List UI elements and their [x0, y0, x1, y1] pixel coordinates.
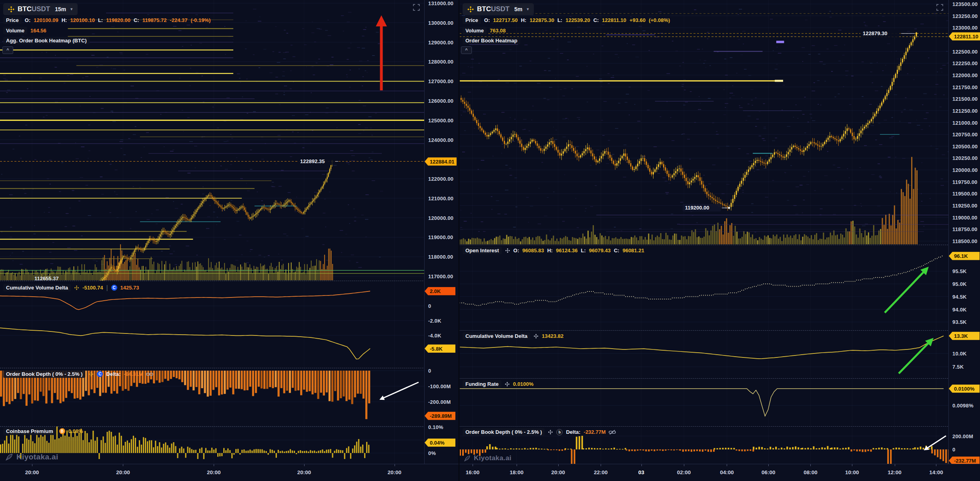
axis-tick: 127000.00	[428, 78, 453, 84]
axis-tick: 7.5K	[952, 364, 964, 370]
time-label: 22:00	[594, 469, 608, 475]
ohlc-high-value: 120100.10	[70, 17, 94, 23]
axis-tick: 10.0K	[952, 351, 967, 357]
time-label: 20:00	[116, 469, 130, 475]
timeframe-selector[interactable]: 5m	[514, 6, 522, 12]
feather-icon	[5, 453, 14, 461]
panel-divider[interactable]	[459, 0, 459, 481]
oi-open-key: O:	[513, 247, 519, 253]
binance-icon	[467, 6, 474, 13]
time-tick-mark	[810, 464, 811, 466]
right-symbol-selector[interactable]: BTCUSDT 5m ▼	[463, 3, 534, 15]
axis-tick: 123500.00	[952, 1, 978, 7]
axis-tick: 94.5K	[952, 293, 967, 299]
ohlc-low-key: L:	[98, 17, 103, 23]
divider: |	[106, 284, 108, 291]
time-label: 06:00	[762, 469, 776, 475]
time-label: 20:00	[25, 469, 39, 475]
axis-tick: 130000.00	[428, 20, 453, 26]
time-tick-mark	[895, 464, 895, 466]
cvd-label-chip: Cumulative Volume Delta	[3, 284, 71, 291]
volume-label-chip: Volume	[3, 27, 27, 34]
ohlc-open-key: O:	[25, 17, 30, 23]
heatmap-label-chip: Agg. Order Book Heatmap (BTC)	[3, 37, 90, 44]
cvd-coinbase-value: 1425.73	[120, 285, 139, 291]
oi-close-key: C:	[614, 247, 619, 253]
ohlc-close-key: C:	[593, 17, 599, 23]
link-icon[interactable]	[146, 372, 153, 377]
time-label: 02:00	[677, 469, 691, 475]
pane-separator[interactable]	[0, 426, 459, 427]
symbol-base: BTC	[477, 5, 491, 13]
left-collapse-button[interactable]: ^	[2, 46, 13, 54]
left-chart-canvas[interactable]: 112655.37122892.35	[0, 0, 424, 481]
right-obd-row: Order Book Depth ( 0% - 2.5% ) b Delta: …	[463, 428, 616, 436]
coinbase-icon: C	[111, 285, 117, 291]
time-tick-mark	[304, 464, 305, 466]
binance-icon	[74, 285, 79, 290]
time-tick-mark	[727, 464, 727, 466]
pane-separator[interactable]	[459, 426, 980, 427]
exchange-icon: b	[556, 429, 563, 435]
axis-tick: 120750.00	[952, 132, 978, 138]
binance-icon	[8, 6, 15, 13]
time-label: 18:00	[510, 469, 524, 475]
axis-tick: 121250.00	[952, 108, 978, 114]
right-collapse-button[interactable]: ^	[461, 46, 472, 54]
time-axis[interactable]: 20:0020:0020:0020:0020:0016:0018:0020:00…	[0, 464, 980, 481]
left-symbol-selector[interactable]: BTCUSDT 15m ▼	[3, 3, 78, 15]
delta-key: Delta:	[106, 371, 120, 377]
axis-tick: 122500.00	[952, 48, 978, 54]
axis-tick: 125000.00	[428, 117, 453, 123]
axis-tick: 118000.00	[428, 254, 453, 260]
binance-icon	[88, 371, 94, 377]
oi-low-value: 96079.43	[589, 247, 611, 253]
watermark-text: Kiyotaka.ai	[474, 454, 511, 462]
cvd-binance-value: -5100.74	[82, 285, 103, 291]
axis-tick: 119500.00	[952, 191, 978, 197]
axis-tick: 126000.00	[428, 98, 453, 104]
time-tick-mark	[558, 464, 559, 466]
axis-tick: 128000.00	[428, 59, 453, 65]
time-tick-mark	[852, 464, 852, 466]
axis-tick: 95.0K	[952, 281, 967, 287]
axis-tick: 121750.00	[952, 84, 978, 90]
axis-tick: 119250.00	[952, 203, 978, 209]
axis-tick: 0.0098%	[952, 403, 974, 409]
pane-separator[interactable]	[459, 245, 980, 245]
volume-label-chip: Volume	[463, 27, 487, 34]
axis-tick: 129000.00	[428, 39, 453, 45]
chevron-down-icon: ▼	[526, 7, 529, 11]
time-label: 20:00	[207, 469, 221, 475]
svg-text:122892.35: 122892.35	[300, 158, 325, 164]
time-label: 14:00	[929, 469, 943, 475]
symbol-quote: USDT	[491, 5, 509, 13]
left-fullscreen-icon[interactable]	[413, 4, 420, 11]
timeframe-selector[interactable]: 15m	[55, 6, 66, 12]
pane-separator[interactable]	[0, 368, 459, 368]
pane-separator[interactable]	[459, 378, 980, 379]
price-label-chip: Price	[3, 16, 22, 24]
pane-separator[interactable]	[459, 330, 980, 331]
axis-tick: 118500.00	[952, 238, 978, 244]
time-tick-mark	[936, 464, 936, 466]
unlink-icon[interactable]	[609, 429, 616, 435]
left-volume-row: Volume 164.56	[3, 27, 46, 34]
symbol-quote: USDT	[32, 5, 50, 13]
time-label: 03	[638, 469, 644, 475]
right-chart-canvas[interactable]: 122879.30119200.00	[459, 0, 948, 481]
left-premium-row: Coinbase Premium B 0.08%	[3, 427, 83, 435]
pane-separator[interactable]	[0, 281, 459, 281]
left-price-axis[interactable]: 131000.00130000.00129000.00128000.001270…	[424, 0, 460, 464]
binance-icon	[505, 381, 510, 387]
axis-tick: 0%	[428, 450, 436, 456]
right-fullscreen-icon[interactable]	[936, 4, 943, 11]
axis-tick: -2.0K	[428, 317, 441, 323]
axis-tick: 119000.00	[952, 214, 978, 220]
ohlc-close-value: 119875.72	[142, 17, 167, 23]
time-tick-mark	[123, 464, 123, 466]
funding-label-chip: Funding Rate	[463, 380, 501, 388]
coinbase-icon: C	[97, 371, 103, 377]
axis-price-tag: 122811.10	[949, 32, 980, 41]
right-price-axis[interactable]: 123500.00123250.00123000.00122500.001222…	[948, 0, 980, 464]
